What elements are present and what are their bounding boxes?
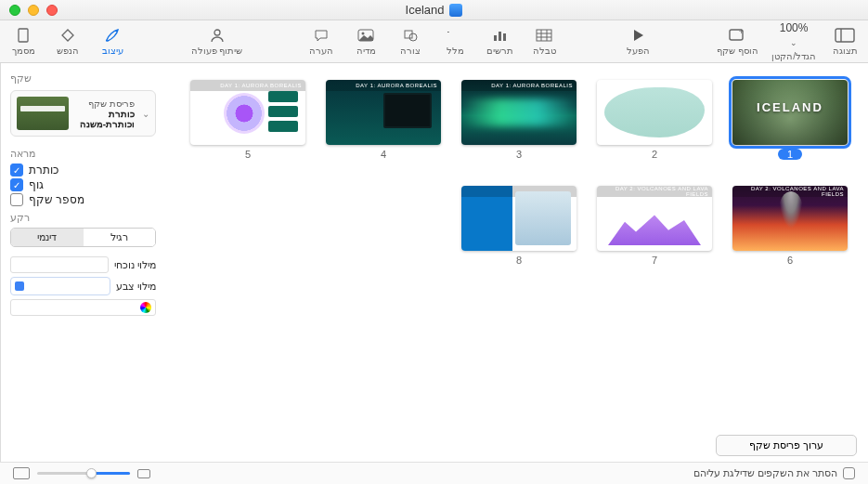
slide-thumb-image: DAY 1: AURORA BOREALIS <box>326 80 441 145</box>
slidenum-checkbox[interactable] <box>10 193 23 206</box>
add-slide-button[interactable]: + הוסף שקף <box>717 27 758 56</box>
hide-skipped-checkbox[interactable] <box>843 467 855 479</box>
table-label: טבלה <box>533 46 556 56</box>
seg-normal[interactable]: רגיל <box>84 229 156 246</box>
hide-skipped-label: הסתר את השקפים שדילגת עליהם <box>693 467 837 479</box>
slide-number: 4 <box>381 149 386 160</box>
slide-layout-picker[interactable]: ⌄ פריסת שקף כותרת וכותרת-משנה <box>10 90 156 137</box>
slide-thumbnail[interactable]: ICELAND1 <box>732 80 848 160</box>
format-inspector-button[interactable]: עיצוב <box>97 27 128 56</box>
document-icon <box>449 4 462 17</box>
animate-inspector-button[interactable]: הנפש <box>52 27 84 56</box>
close-window-button[interactable] <box>46 5 58 16</box>
slide-header-strip: DAY 2: VOLCANOES AND LAVA FIELDS <box>597 186 712 197</box>
color-picker-row[interactable] <box>10 299 156 316</box>
zoom-knob[interactable] <box>86 468 97 478</box>
bottom-bar: הסתר את השקפים שדילגת עליהם <box>0 462 868 484</box>
document-inspector-button[interactable]: מסמך <box>7 27 39 56</box>
media-icon <box>356 27 376 44</box>
slide-number: 2 <box>652 149 657 160</box>
title-checkbox[interactable] <box>10 164 23 177</box>
current-fill-row: מילוי נוכחי <box>10 256 156 273</box>
shape-label: צורה <box>400 46 421 56</box>
seg-dynamic[interactable]: דינמי <box>11 229 84 246</box>
slide-number: 5 <box>245 149 251 160</box>
comment-button[interactable]: הערה <box>305 27 337 56</box>
slide-thumbnail[interactable]: DAY 2: VOLCANOES AND LAVA FIELDS7 <box>597 186 712 266</box>
toolbar-group-insert: טבלה תרשים T מלל צורה מדיה הערה <box>305 27 560 56</box>
slide-number: 6 <box>787 255 793 266</box>
body-checkbox-row[interactable]: גוף <box>10 178 156 191</box>
collaborate-button[interactable]: שיתוף פעולה <box>191 27 243 56</box>
table-button[interactable]: טבלה <box>528 27 560 56</box>
text-icon: T <box>445 27 465 44</box>
body-checkbox[interactable] <box>10 178 23 191</box>
svg-rect-10 <box>499 32 501 41</box>
color-fill-select[interactable] <box>10 277 110 295</box>
window-title: Iceland <box>406 3 463 17</box>
slide-thumb-image: DAY 1: AURORA BOREALIS <box>190 80 305 145</box>
zoom-small-icon <box>137 469 150 478</box>
toolbar-group-inspector: עיצוב הנפש מסמך <box>7 27 128 56</box>
slide-number: 7 <box>652 255 657 266</box>
svg-rect-9 <box>494 35 497 41</box>
minimize-window-button[interactable] <box>28 5 39 16</box>
plus-icon: + <box>728 27 748 44</box>
slide-thumbnail[interactable]: 2 <box>597 80 712 160</box>
media-button[interactable]: מדיה <box>350 27 382 56</box>
zoom-large-icon <box>13 467 30 479</box>
title-checkbox-row[interactable]: כותרת <box>10 164 156 177</box>
current-fill-well[interactable] <box>10 256 109 273</box>
media-label: מדיה <box>356 46 376 56</box>
document-icon <box>13 27 33 44</box>
toolbar: תצוגה 100% ⌄ הגדל/הקטן + הוסף שקף הפעל ט… <box>0 20 868 63</box>
svg-rect-11 <box>503 33 506 41</box>
window-title-text: Iceland <box>406 3 445 17</box>
toolbar-group-view: תצוגה 100% ⌄ הגדל/הקטן + הוסף שקף <box>717 21 861 61</box>
view-button[interactable]: תצוגה <box>829 27 861 56</box>
format-label: עיצוב <box>102 46 123 56</box>
svg-point-17 <box>214 30 220 35</box>
slide-thumb-image <box>597 80 712 145</box>
slide-thumbnail[interactable]: DAY 1: AURORA BOREALIS5 <box>190 80 305 160</box>
layout-thumb <box>17 97 69 130</box>
view-label: תצוגה <box>833 46 858 56</box>
chart-button[interactable]: תרשים <box>484 27 515 56</box>
zoom-control[interactable]: 100% ⌄ הגדל/הקטן <box>771 21 816 61</box>
background-mode-segment[interactable]: רגיל דינמי <box>10 228 156 247</box>
slide-thumbnail[interactable]: DAY 1: AURORA BOREALIS4 <box>326 80 441 160</box>
slidenum-checkbox-label: מספר שקף <box>29 193 84 206</box>
current-fill-label: מילוי נוכחי <box>114 259 156 271</box>
layout-meta: פריסת שקף כותרת וכותרת-משנה <box>76 98 135 129</box>
person-icon <box>207 27 227 44</box>
shape-button[interactable]: צורה <box>395 27 426 56</box>
window-controls <box>9 5 58 16</box>
light-table[interactable]: ICELAND12DAY 1: AURORA BOREALIS3DAY 1: A… <box>165 63 868 462</box>
text-button[interactable]: T מלל <box>439 27 471 56</box>
play-label: הפעל <box>627 46 650 56</box>
edit-slide-layout-button[interactable]: ערוך פריסת שקף <box>716 435 857 456</box>
thumbnail-zoom-slider[interactable] <box>13 467 150 479</box>
zoom-value: 100% <box>780 21 809 34</box>
slidenum-checkbox-row[interactable]: מספר שקף <box>10 193 156 206</box>
chevron-down-icon: ⌄ <box>142 109 149 119</box>
play-button[interactable]: הפעל <box>623 27 654 56</box>
slide-grid: ICELAND12DAY 1: AURORA BOREALIS3DAY 1: A… <box>186 80 848 266</box>
slide-thumb-image <box>461 186 577 251</box>
chart-icon <box>489 27 510 44</box>
fullscreen-window-button[interactable] <box>9 5 20 16</box>
hide-skipped-toggle[interactable]: הסתר את השקפים שדילגת עליהם <box>693 467 855 479</box>
layout-name: כותרת וכותרת-משנה <box>76 109 135 129</box>
zoom-track[interactable] <box>37 472 130 475</box>
svg-text:T: T <box>447 29 449 42</box>
play-icon <box>628 27 649 44</box>
layout-caption: פריסת שקף <box>76 98 135 109</box>
slide-thumbnail[interactable]: 8 <box>461 186 577 266</box>
comment-label: הערה <box>309 46 333 56</box>
slide-header-strip: DAY 1: AURORA BOREALIS <box>326 80 441 91</box>
slide-thumbnail[interactable]: DAY 2: VOLCANOES AND LAVA FIELDS6 <box>732 186 848 266</box>
slide-thumb-image: ICELAND <box>732 80 848 145</box>
slide-thumbnail[interactable]: DAY 1: AURORA BOREALIS3 <box>461 80 577 160</box>
slide-number: 3 <box>516 149 522 160</box>
slide-thumb-image: DAY 2: VOLCANOES AND LAVA FIELDS <box>732 186 848 251</box>
